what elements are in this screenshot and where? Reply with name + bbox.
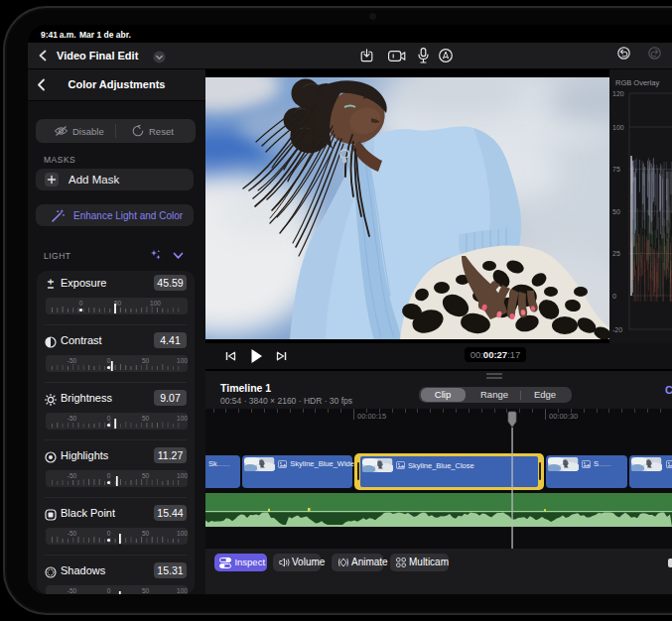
svg-text:50: 50 (612, 208, 620, 215)
svg-text:0: 0 (612, 293, 616, 300)
svg-text:100: 100 (177, 530, 188, 537)
svg-text:-50: -50 (67, 530, 76, 537)
svg-text:100: 100 (177, 357, 188, 364)
svg-text:0: 0 (78, 300, 82, 307)
svg-text:100: 100 (177, 415, 188, 422)
svg-text:100: 100 (150, 300, 161, 307)
svg-text:50: 50 (141, 472, 149, 479)
svg-text:-50: -50 (67, 357, 76, 364)
svg-text:-50: -50 (67, 472, 76, 479)
svg-text:100: 100 (177, 472, 188, 479)
svg-text:RGB Overlay: RGB Overlay (615, 78, 659, 87)
svg-text:0: 0 (106, 530, 110, 537)
svg-text:50: 50 (141, 530, 149, 537)
svg-text:50: 50 (141, 415, 149, 422)
svg-text:-20: -20 (612, 326, 622, 333)
svg-text:75: 75 (612, 166, 620, 173)
svg-text:-50: -50 (67, 415, 76, 422)
svg-text:0: 0 (106, 415, 110, 422)
svg-text:0: 0 (106, 357, 110, 364)
svg-text:100: 100 (612, 124, 624, 131)
svg-text:0: 0 (106, 472, 110, 479)
svg-text:0: 0 (106, 587, 110, 594)
svg-text:50: 50 (141, 587, 149, 594)
svg-text:100: 100 (177, 587, 188, 594)
svg-text:120: 120 (612, 90, 624, 97)
svg-text:50: 50 (141, 357, 149, 364)
svg-text:-50: -50 (67, 587, 76, 594)
svg-text:25: 25 (612, 250, 620, 257)
